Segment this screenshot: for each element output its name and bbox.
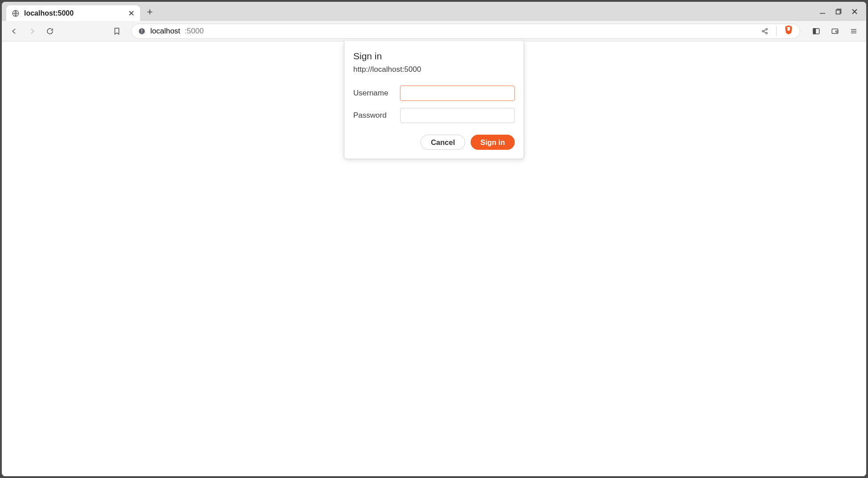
new-tab-button[interactable]: +: [142, 4, 158, 20]
svg-rect-7: [141, 29, 142, 31]
tab-title: localhost:5000: [24, 9, 124, 17]
dialog-title: Sign in: [353, 51, 515, 62]
url-port: :5000: [185, 27, 204, 36]
svg-rect-3: [836, 10, 840, 14]
dialog-actions: Cancel Sign in: [353, 135, 515, 150]
tab-active[interactable]: localhost:5000 ✕: [6, 5, 140, 21]
menu-icon[interactable]: [846, 23, 862, 39]
not-secure-icon: [138, 27, 146, 35]
url-host: localhost: [150, 27, 180, 36]
minimize-icon[interactable]: [819, 8, 826, 15]
username-label: Username: [353, 89, 400, 98]
tab-strip: localhost:5000 ✕ +: [2, 2, 866, 21]
password-input[interactable]: [400, 108, 515, 123]
svg-point-9: [762, 30, 764, 32]
svg-rect-15: [813, 29, 815, 34]
reload-button[interactable]: [42, 23, 58, 39]
sidebar-toggle-icon[interactable]: [808, 23, 824, 39]
cancel-button[interactable]: Cancel: [421, 135, 465, 150]
address-bar[interactable]: localhost:5000: [131, 24, 800, 39]
wallet-icon[interactable]: [827, 23, 843, 39]
svg-point-11: [766, 32, 767, 33]
signin-button[interactable]: Sign in: [471, 135, 515, 150]
maximize-icon[interactable]: [835, 8, 842, 15]
username-input[interactable]: [400, 86, 515, 101]
close-window-icon[interactable]: [851, 8, 858, 15]
divider: [776, 26, 777, 36]
brave-shields-icon[interactable]: [784, 25, 794, 37]
browser-window: localhost:5000 ✕ +: [2, 2, 866, 476]
forward-button[interactable]: [24, 23, 40, 39]
password-row: Password: [353, 108, 515, 123]
back-button[interactable]: [6, 23, 22, 39]
svg-rect-8: [141, 32, 142, 33]
http-auth-dialog: Sign in http://localhost:5000 Username P…: [344, 41, 524, 159]
toolbar: localhost:5000: [2, 21, 866, 41]
tab-close-icon[interactable]: ✕: [128, 9, 135, 17]
svg-line-13: [764, 31, 766, 33]
svg-line-12: [764, 29, 766, 31]
svg-point-10: [766, 28, 767, 29]
page-content: Sign in http://localhost:5000 Username P…: [2, 41, 866, 476]
dialog-origin: http://localhost:5000: [353, 65, 515, 74]
toolbar-right: [808, 23, 862, 39]
globe-icon: [12, 9, 20, 17]
username-row: Username: [353, 86, 515, 101]
password-label: Password: [353, 111, 400, 120]
window-controls: [819, 2, 866, 21]
share-icon[interactable]: [761, 27, 769, 35]
bookmark-button[interactable]: [109, 23, 125, 39]
